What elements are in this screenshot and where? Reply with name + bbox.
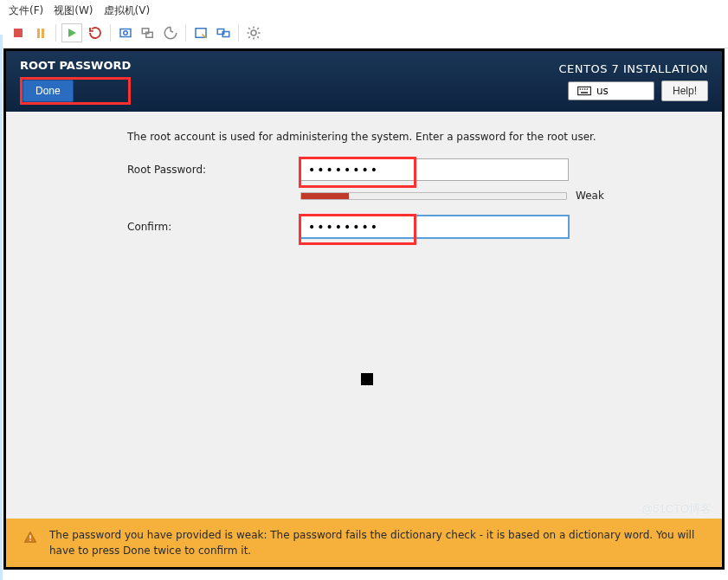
keyboard-icon bbox=[577, 86, 591, 96]
text-cursor-icon bbox=[361, 373, 373, 385]
restart-button[interactable] bbox=[86, 23, 105, 42]
confirm-password-input[interactable] bbox=[300, 216, 569, 238]
stop-button[interactable] bbox=[9, 23, 28, 42]
svg-rect-0 bbox=[120, 29, 131, 37]
installer-header: ROOT PASSWORD Done CENTOS 7 INSTALLATION… bbox=[6, 51, 722, 112]
menu-file[interactable]: 文件(F) bbox=[9, 3, 43, 18]
warning-bar: The password you have provided is weak: … bbox=[6, 519, 722, 567]
strength-label: Weak bbox=[576, 190, 604, 202]
done-button[interactable]: Done bbox=[23, 80, 74, 102]
installer-body: The root account is used for administeri… bbox=[6, 112, 722, 238]
fullscreen-button[interactable] bbox=[191, 23, 210, 42]
installation-title: CENTOS 7 INSTALLATION bbox=[558, 62, 708, 75]
help-button[interactable]: Help! bbox=[661, 81, 708, 101]
svg-point-1 bbox=[124, 31, 128, 35]
unity-button[interactable] bbox=[214, 23, 233, 42]
lead-text: The root account is used for administeri… bbox=[127, 131, 670, 143]
warning-text: The password you have provided is weak: … bbox=[49, 527, 706, 558]
menu-vm[interactable]: 虚拟机(V) bbox=[104, 3, 151, 18]
svg-rect-8 bbox=[580, 88, 581, 89]
menu-view[interactable]: 视图(W) bbox=[54, 3, 93, 18]
strength-meter bbox=[300, 192, 567, 200]
vm-toolbar bbox=[0, 22, 728, 48]
svg-rect-10 bbox=[584, 88, 585, 89]
highlight-box-password bbox=[300, 158, 569, 181]
page-title: ROOT PASSWORD bbox=[20, 59, 131, 72]
watermark: @51CTO博客 bbox=[641, 501, 712, 517]
snapshot-button[interactable] bbox=[116, 23, 135, 42]
root-password-input[interactable] bbox=[300, 158, 569, 181]
vm-menubar: 文件(F) 视图(W) 虚拟机(V) bbox=[0, 0, 728, 22]
keyboard-selector[interactable]: us bbox=[568, 81, 654, 100]
settings-button[interactable] bbox=[244, 23, 263, 42]
warning-icon bbox=[23, 531, 37, 545]
revert-button[interactable] bbox=[161, 23, 180, 42]
pause-button[interactable] bbox=[31, 23, 50, 42]
confirm-label: Confirm: bbox=[127, 221, 283, 233]
svg-rect-7 bbox=[578, 87, 591, 94]
highlight-box-confirm bbox=[300, 216, 569, 238]
svg-rect-14 bbox=[29, 540, 30, 541]
snapshot-manager-button[interactable] bbox=[139, 23, 158, 42]
highlight-box-done: Done bbox=[20, 77, 131, 105]
svg-rect-11 bbox=[587, 88, 588, 89]
vm-guest-frame: ROOT PASSWORD Done CENTOS 7 INSTALLATION… bbox=[3, 48, 725, 570]
svg-rect-9 bbox=[582, 88, 583, 89]
play-button[interactable] bbox=[61, 23, 82, 42]
root-password-label: Root Password: bbox=[127, 164, 283, 176]
svg-rect-12 bbox=[581, 92, 588, 93]
keyboard-label: us bbox=[596, 85, 609, 97]
svg-rect-13 bbox=[29, 535, 30, 538]
